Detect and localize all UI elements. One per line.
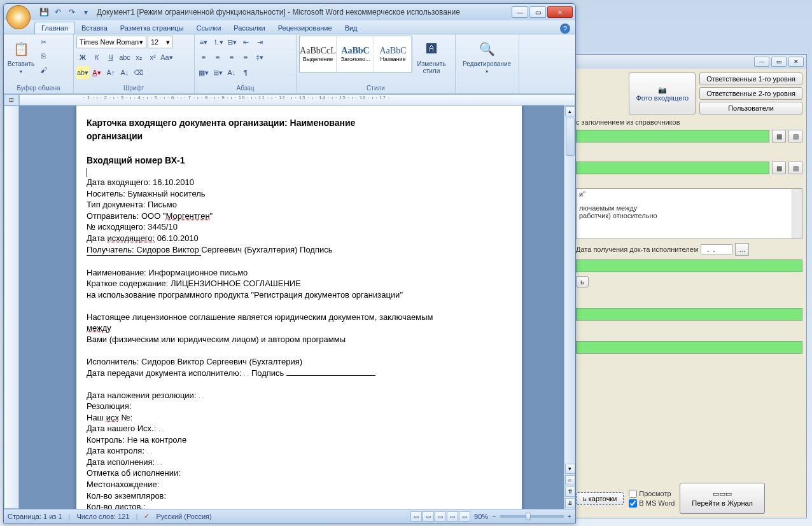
borders-button[interactable]: ⊞▾ (211, 66, 224, 79)
align-right-button[interactable]: ≡ (225, 51, 238, 64)
go-to-journal-button[interactable]: ▭▭▭ Перейти в Журнал (680, 483, 765, 514)
indent-left-button[interactable]: ⇤ (239, 36, 252, 48)
style-2[interactable]: AaBbCЗаголово... (337, 36, 374, 72)
grid-icon-1[interactable]: ▤ (788, 130, 802, 142)
next-page-button[interactable]: ⇊ (565, 498, 575, 508)
reading-view[interactable]: ▭ (423, 511, 434, 522)
language-status[interactable]: Русский (Россия) (156, 513, 211, 520)
save-icon[interactable]: 💾 (38, 6, 50, 18)
scroll-thumb[interactable] (566, 118, 575, 156)
grid-icon-2[interactable]: ▤ (788, 162, 802, 174)
bg-maximize-button[interactable]: ▭ (771, 57, 787, 67)
paste-button[interactable]: 📋 Вставить ▾ (6, 36, 36, 78)
content-textarea[interactable]: и" лючаемым между работчик) относительно (576, 188, 802, 239)
horizontal-ruler[interactable]: · 1 · ı · 2 · ı · 3 · ı · 4 · ı · 5 · ı … (19, 94, 575, 106)
green-field-3[interactable] (576, 260, 802, 272)
tab-references[interactable]: Ссылки (190, 22, 228, 34)
align-left-button[interactable]: ≡ (197, 51, 210, 64)
tab-view[interactable]: Вид (339, 22, 364, 34)
textarea-scrollbar[interactable] (792, 189, 802, 239)
lookup-icon-2[interactable]: ▦ (772, 162, 786, 174)
line-spacing-button[interactable]: ‡▾ (253, 51, 266, 64)
highlight-button[interactable]: ab▾ (76, 66, 89, 79)
spell-check-icon[interactable]: ✓ (144, 512, 150, 520)
date-picker-button[interactable]: … (735, 243, 749, 256)
responsible-2-button[interactable]: Ответственные 2-го уровня (699, 87, 802, 100)
zoom-in-button[interactable]: + (568, 513, 571, 520)
shading-button[interactable]: ▦▾ (197, 66, 210, 79)
maximize-button[interactable]: ▭ (529, 6, 546, 18)
page-status[interactable]: Страница: 1 из 1 (8, 513, 62, 520)
outline-view[interactable]: ▭ (447, 511, 458, 522)
justify-button[interactable]: ≡ (239, 51, 252, 64)
tab-mailings[interactable]: Рассылки (227, 22, 271, 34)
vertical-scrollbar[interactable]: ▴ ▾ ○ ⇈ ⇊ (564, 106, 575, 509)
style-gallery[interactable]: AaBbCcLВыделение AaBbCЗаголово... AaBbCН… (299, 36, 412, 73)
bullets-button[interactable]: ≡▾ (197, 36, 210, 48)
prev-page-button[interactable]: ⇈ (565, 487, 575, 497)
italic-button[interactable]: К (90, 51, 103, 64)
font-name-combo[interactable]: Times New Roman▾ (76, 36, 146, 48)
document-viewport[interactable]: Карточка входящего документа организации… (19, 106, 564, 509)
copy-icon[interactable]: ⎘ (37, 50, 50, 62)
tab-layout[interactable]: Разметка страницы (114, 22, 190, 34)
bg-minimize-button[interactable]: — (754, 57, 769, 67)
show-marks-button[interactable]: ¶ (239, 66, 252, 79)
office-button[interactable] (6, 5, 31, 29)
draft-view[interactable]: ▭ (459, 511, 470, 522)
document-page[interactable]: Карточка входящего документа организации… (76, 106, 522, 509)
green-field-1[interactable] (576, 130, 769, 142)
shrink-font-button[interactable]: A↓ (118, 66, 131, 79)
scroll-down-button[interactable]: ▾ (565, 464, 575, 474)
photo-incoming-button[interactable]: 📷 Фото входящего (629, 73, 696, 114)
underline-button[interactable]: Ч (104, 51, 117, 64)
date-received-input[interactable] (701, 244, 732, 254)
numbering-button[interactable]: ⒈▾ (211, 36, 224, 48)
bold-button[interactable]: Ж (76, 51, 89, 64)
green-field-2[interactable] (576, 162, 769, 174)
minimize-button[interactable]: — (512, 6, 528, 18)
indent-right-button[interactable]: ⇥ (253, 36, 266, 48)
align-center-button[interactable]: ≡ (211, 51, 224, 64)
green-field-5[interactable] (576, 341, 802, 354)
bg-close-button[interactable]: ✕ (788, 57, 804, 67)
word-count[interactable]: Число слов: 121 (76, 513, 129, 520)
sort-button[interactable]: A↓ (225, 66, 238, 79)
change-styles-button[interactable]: 🅰 Изменить стили (414, 36, 449, 78)
ruler-corner[interactable]: ⊡ (4, 94, 19, 106)
subscript-button[interactable]: x₂ (132, 51, 145, 64)
zoom-value[interactable]: 90% (474, 513, 488, 520)
grow-font-button[interactable]: A↑ (104, 66, 117, 79)
qat-dropdown-icon[interactable]: ▾ (80, 6, 92, 18)
tab-review[interactable]: Рецензирование (272, 22, 339, 34)
partial-button[interactable]: ь (576, 276, 589, 287)
close-button[interactable]: ✕ (547, 6, 573, 18)
editing-button[interactable]: 🔍 Редактирование ▾ (458, 36, 515, 78)
font-size-combo[interactable]: 12▾ (148, 36, 173, 48)
cut-icon[interactable]: ✂ (37, 36, 50, 48)
print-layout-view[interactable]: ▭ (410, 511, 422, 522)
clear-format-button[interactable]: ⌫ (132, 66, 145, 79)
redo-icon[interactable]: ↷ (66, 6, 78, 18)
msword-checkbox[interactable]: В MS Word (629, 499, 675, 508)
superscript-button[interactable]: x² (146, 51, 159, 64)
vertical-ruler[interactable] (4, 106, 19, 509)
style-1[interactable]: AaBbCcLВыделение (300, 36, 337, 72)
scroll-up-button[interactable]: ▴ (565, 106, 575, 116)
style-3[interactable]: AaBbCНазвание (375, 36, 412, 72)
strikethrough-button[interactable]: abc (118, 51, 131, 64)
font-color-button[interactable]: A▾ (90, 66, 103, 79)
help-icon[interactable]: ? (560, 24, 570, 34)
preview-checkbox[interactable]: Просмотр (629, 490, 675, 498)
users-button[interactable]: Пользователи (699, 102, 802, 114)
zoom-slider[interactable] (500, 515, 564, 518)
tab-home[interactable]: Главная (34, 22, 75, 34)
change-case-button[interactable]: Aa▾ (160, 51, 173, 64)
green-field-4[interactable] (576, 308, 802, 321)
format-painter-icon[interactable]: 🖌 (37, 64, 50, 76)
tab-insert[interactable]: Вставка (75, 22, 114, 34)
print-card-button[interactable]: ь карточки (576, 492, 624, 505)
multilevel-button[interactable]: ⊟▾ (225, 36, 238, 48)
lookup-icon-1[interactable]: ▦ (772, 130, 786, 142)
undo-icon[interactable]: ↶ (52, 6, 64, 18)
